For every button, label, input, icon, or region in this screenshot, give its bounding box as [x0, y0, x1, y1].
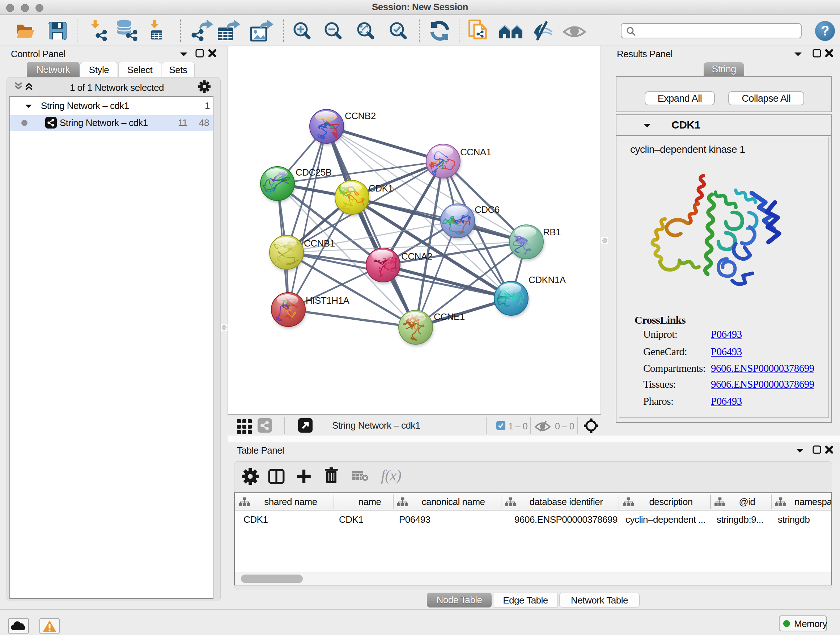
- svg-text:CCNA2: CCNA2: [401, 251, 432, 262]
- svg-text:CCNA1: CCNA1: [460, 147, 491, 157]
- svg-text:CDK1: CDK1: [369, 183, 393, 194]
- svg-text:CDC6: CDC6: [475, 204, 500, 215]
- svg-text:CCNB2: CCNB2: [345, 111, 376, 121]
- svg-text:RB1: RB1: [543, 226, 561, 238]
- svg-text:CDKN1A: CDKN1A: [529, 274, 566, 285]
- svg-text:CCNE1: CCNE1: [434, 311, 465, 322]
- svg-text:CCNB1: CCNB1: [304, 238, 335, 249]
- svg-text:HIST1H1A: HIST1H1A: [306, 295, 349, 306]
- svg-text:CDC25B: CDC25B: [295, 167, 332, 178]
